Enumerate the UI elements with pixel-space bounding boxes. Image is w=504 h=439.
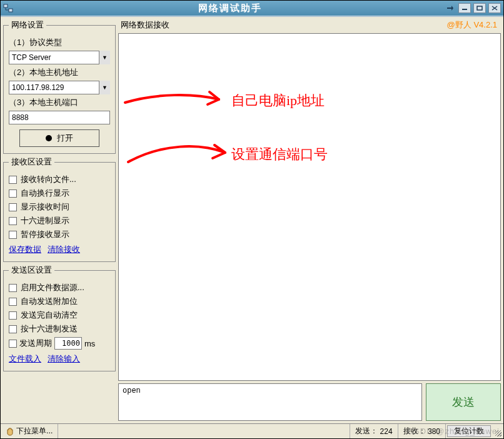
send-opt-3[interactable]: 按十六进制发送 — [9, 323, 110, 335]
watermark: CSDN @zhang_dawei — [408, 426, 500, 436]
send-opt-0[interactable]: 启用文件数据源... — [9, 282, 110, 293]
network-legend: 网络设置 — [9, 19, 46, 31]
save-data-link[interactable]: 保存数据 — [9, 244, 41, 255]
status-dot-icon — [46, 135, 52, 141]
minimize-button[interactable] — [458, 3, 471, 13]
recv-header: 网络数据接收 @野人 V4.2.1 — [118, 19, 501, 31]
clear-recv-link[interactable]: 清除接收 — [48, 244, 80, 255]
titlebar: 网络调试助手 — [1, 1, 503, 16]
chevron-down-icon: ▼ — [99, 51, 110, 64]
svg-rect-0 — [4, 4, 8, 8]
brand-label: @野人 V4.2.1 — [447, 19, 501, 31]
checkbox-icon[interactable] — [9, 217, 17, 225]
checkbox-icon[interactable] — [9, 311, 17, 320]
open-button-label: 打开 — [57, 133, 73, 144]
protocol-select[interactable]: ▼ — [9, 51, 110, 64]
right-column: 网络数据接收 @野人 V4.2.1 自己电脑ip地址 设置通信端口号 open … — [118, 19, 501, 421]
checkbox-icon[interactable] — [9, 176, 17, 184]
left-column: 网络设置 （1）协议类型 ▼ （2）本地主机地址 ▼ （3）本地主机端口 打开 — [3, 19, 116, 421]
client-area: 网络设置 （1）协议类型 ▼ （2）本地主机地址 ▼ （3）本地主机端口 打开 — [1, 17, 503, 423]
load-file-link[interactable]: 文件载入 — [9, 353, 41, 365]
close-button[interactable] — [488, 3, 501, 13]
recv-opt-3[interactable]: 十六进制显示 — [9, 215, 110, 226]
period-input[interactable] — [54, 337, 82, 350]
port-label: （3）本地主机端口 — [9, 97, 110, 108]
host-input[interactable] — [9, 81, 110, 94]
recv-settings-group: 接收区设置 接收转向文件... 自动换行显示 显示接收时间 十六进制显示 暂停接… — [3, 156, 116, 262]
protocol-label: （1）协议类型 — [9, 37, 110, 48]
send-opt-1[interactable]: 自动发送附加位 — [9, 296, 110, 307]
recv-opt-4[interactable]: 暂停接收显示 — [9, 229, 110, 240]
pin-icon[interactable] — [445, 3, 456, 14]
status-menu[interactable]: 下拉菜单... — [1, 424, 58, 438]
recv-title: 网络数据接收 — [118, 19, 169, 31]
send-button[interactable]: 发送 — [426, 383, 501, 421]
send-opt-period[interactable]: 发送周期 ms — [9, 337, 110, 350]
checkbox-icon[interactable] — [9, 231, 17, 239]
hand-icon — [6, 427, 14, 436]
protocol-value[interactable] — [9, 51, 110, 64]
checkbox-icon[interactable] — [9, 189, 17, 198]
send-row: open 发送 — [118, 383, 501, 421]
recv-opt-0[interactable]: 接收转向文件... — [9, 174, 110, 185]
chevron-down-icon: ▼ — [99, 81, 110, 94]
open-button[interactable]: 打开 — [19, 129, 99, 147]
maximize-button[interactable] — [473, 3, 486, 13]
send-opt-2[interactable]: 发送完自动清空 — [9, 310, 110, 321]
checkbox-icon[interactable] — [9, 325, 17, 333]
clear-input-link[interactable]: 清除输入 — [48, 353, 80, 365]
host-label: （2）本地主机地址 — [9, 67, 110, 78]
host-select[interactable]: ▼ — [9, 81, 110, 94]
recv-opt-2[interactable]: 显示接收时间 — [9, 201, 110, 213]
port-input[interactable] — [9, 111, 110, 124]
recv-opt-1[interactable]: 自动换行显示 — [9, 188, 110, 199]
recv-textarea[interactable]: 自己电脑ip地址 设置通信端口号 — [118, 33, 501, 381]
checkbox-icon[interactable] — [9, 298, 17, 306]
status-tx: 发送： 224 — [350, 424, 398, 438]
send-settings-group: 发送区设置 启用文件数据源... 自动发送附加位 发送完自动清空 按十六进制发送… — [3, 265, 116, 371]
svg-rect-1 — [9, 9, 13, 12]
send-legend: 发送区设置 — [9, 265, 54, 276]
status-spacer — [58, 424, 350, 438]
network-settings-group: 网络设置 （1）协议类型 ▼ （2）本地主机地址 ▼ （3）本地主机端口 打开 — [3, 19, 116, 154]
window-title: 网络调试助手 — [16, 3, 445, 14]
checkbox-icon[interactable] — [9, 284, 17, 292]
send-textarea[interactable]: open — [118, 383, 422, 421]
app-icon — [1, 3, 16, 13]
app-window: 网络调试助手 网络设置 （1）协议类型 ▼ （2）本地主机地址 — [0, 0, 504, 439]
svg-rect-3 — [477, 6, 482, 10]
checkbox-icon[interactable] — [9, 203, 17, 211]
recv-legend: 接收区设置 — [9, 156, 54, 168]
checkbox-icon[interactable] — [9, 340, 17, 348]
annotation-arrows — [119, 34, 494, 196]
